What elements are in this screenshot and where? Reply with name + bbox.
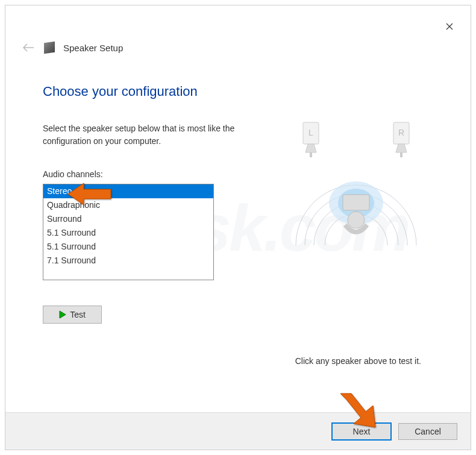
close-icon — [446, 23, 453, 30]
list-item[interactable]: 5.1 Surround — [43, 240, 213, 254]
svg-rect-6 — [310, 152, 312, 157]
svg-text:R: R — [398, 128, 404, 137]
dialog-header: Speaker Setup — [21, 40, 123, 55]
list-item[interactable]: Stereo — [43, 184, 213, 198]
svg-rect-9 — [400, 152, 402, 157]
svg-rect-2 — [343, 195, 369, 210]
close-button[interactable] — [440, 17, 459, 36]
speaker-diagram: L R — [278, 119, 434, 261]
hint-text: Click any speaker above to test it. — [295, 356, 421, 366]
right-speaker: R — [393, 122, 409, 157]
dialog-title: Speaker Setup — [63, 43, 123, 53]
svg-point-3 — [348, 212, 365, 228]
page-heading: Choose your configuration — [43, 84, 434, 99]
left-speaker: L — [303, 122, 319, 157]
play-icon — [59, 310, 66, 319]
speaker-icon — [44, 42, 55, 54]
list-item[interactable]: 5.1 Surround — [43, 226, 213, 240]
list-item[interactable]: 7.1 Surround — [43, 254, 213, 268]
audio-channels-listbox[interactable]: Stereo Quadraphonic Surround 5.1 Surroun… — [43, 184, 214, 280]
page-description: Select the speaker setup below that is m… — [43, 122, 260, 148]
dialog-window: PCrisk.com Speaker Setup Choose your con… — [5, 5, 471, 450]
test-button-label: Test — [70, 310, 86, 319]
list-item[interactable]: Quadraphonic — [43, 198, 213, 212]
dialog-footer: Next Cancel — [5, 412, 471, 450]
cancel-button[interactable]: Cancel — [398, 423, 457, 440]
back-arrow-icon — [22, 43, 34, 52]
list-item[interactable]: Surround — [43, 212, 213, 226]
back-button[interactable] — [21, 40, 36, 55]
svg-text:L: L — [308, 128, 313, 137]
test-button[interactable]: Test — [43, 306, 102, 324]
next-button[interactable]: Next — [332, 423, 391, 440]
